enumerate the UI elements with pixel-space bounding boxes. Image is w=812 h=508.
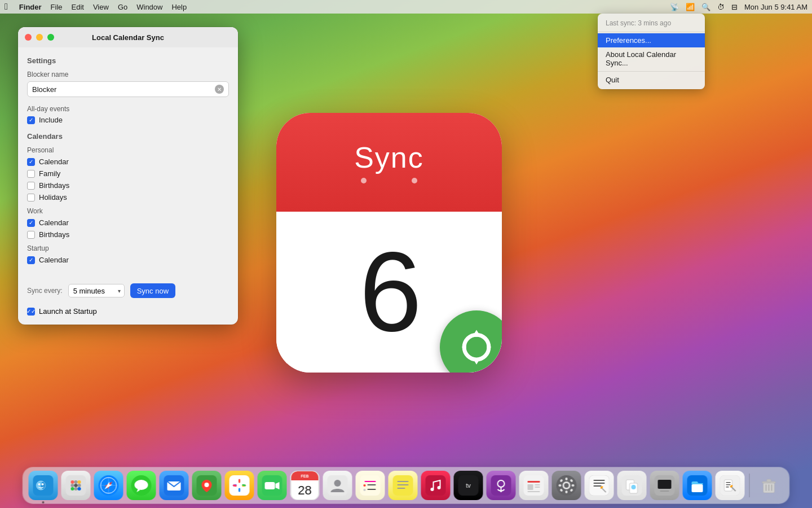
- dock-item-photos[interactable]: [225, 471, 254, 500]
- svg-rect-81: [594, 480, 605, 481]
- dock-item-notes[interactable]: [389, 471, 418, 500]
- svg-point-9: [71, 480, 74, 484]
- dock-item-reminders[interactable]: [356, 471, 385, 500]
- window-maximize-button[interactable]: [47, 34, 54, 41]
- dock-item-news[interactable]: [519, 471, 549, 500]
- include-checkbox[interactable]: [27, 116, 35, 124]
- svg-rect-50: [368, 489, 376, 490]
- dock-item-launchpad[interactable]: [61, 471, 91, 500]
- dock-item-system-preferences[interactable]: [552, 471, 581, 500]
- dock-item-finder[interactable]: [29, 471, 58, 500]
- svg-point-10: [78, 480, 81, 484]
- dock-item-contacts[interactable]: [323, 471, 352, 500]
- svg-point-14: [71, 484, 74, 487]
- menubar-view[interactable]: View: [93, 3, 109, 11]
- personal-group-label: Personal: [27, 146, 229, 154]
- svg-rect-60: [491, 475, 511, 496]
- window-titlebar: Local Calendar Sync: [18, 27, 238, 47]
- dock-item-mail[interactable]: [160, 471, 189, 500]
- work-calendar-checkbox[interactable]: [27, 219, 35, 227]
- sync-now-button[interactable]: Sync now: [130, 283, 175, 298]
- menubar-edit[interactable]: Edit: [72, 3, 84, 11]
- blocker-name-label: Blocker name: [27, 71, 229, 78]
- clear-input-button[interactable]: ✕: [215, 85, 224, 94]
- svg-point-44: [334, 480, 341, 487]
- finder-icon: [33, 475, 54, 496]
- dock-item-safari[interactable]: [94, 471, 123, 500]
- menubar-file[interactable]: File: [51, 3, 63, 11]
- svg-rect-55: [426, 475, 446, 496]
- music-icon: [426, 475, 446, 496]
- dock-item-calendar[interactable]: FEB 28: [290, 471, 320, 500]
- svg-rect-74: [559, 484, 562, 487]
- startup-calendar-checkbox[interactable]: [27, 256, 35, 264]
- controlcenter-icon[interactable]: ⊟: [731, 3, 738, 11]
- sync-interval-dropdown[interactable]: 5 minutes: [68, 284, 125, 297]
- svg-point-88: [632, 485, 636, 489]
- svg-rect-99: [726, 487, 729, 488]
- appletv-icon: tv: [458, 475, 479, 496]
- dock-item-trash[interactable]: [754, 471, 784, 500]
- work-birthdays-checkbox[interactable]: [27, 231, 35, 239]
- menubar-help[interactable]: Help: [171, 3, 187, 11]
- personal-holidays-row: Holidays: [27, 193, 229, 202]
- launchpad-icon: [66, 475, 86, 496]
- personal-family-checkbox[interactable]: [27, 170, 35, 178]
- dock-item-maps[interactable]: [192, 471, 222, 500]
- window-minimize-button[interactable]: [36, 34, 43, 41]
- menubar-finder[interactable]: Finder: [19, 3, 42, 11]
- dock-item-appletv[interactable]: tv: [454, 471, 483, 500]
- svg-point-25: [135, 480, 148, 490]
- calendar-icon-day-number: 6: [359, 235, 419, 348]
- personal-birthdays-checkbox[interactable]: [27, 182, 35, 190]
- context-menu-about[interactable]: About Local Calendar Sync...: [598, 47, 705, 70]
- svg-point-11: [71, 487, 74, 491]
- mail-icon: [164, 475, 184, 496]
- svg-rect-104: [767, 479, 771, 482]
- dock-item-preview[interactable]: [617, 471, 647, 500]
- calendars-label: Calendars: [27, 132, 229, 141]
- context-menu-separator-1: [598, 32, 705, 32]
- dock-item-messages[interactable]: [127, 471, 156, 500]
- include-label: Include: [39, 116, 63, 124]
- personal-birthdays-row: Birthdays: [27, 181, 229, 190]
- dock-item-podcasts[interactable]: [487, 471, 516, 500]
- dock: FEB 28: [23, 467, 789, 503]
- wifi-icon: 📶: [686, 3, 695, 11]
- app-window: Local Calendar Sync Settings Blocker nam…: [18, 27, 238, 325]
- context-menu-preferences[interactable]: Preferences...: [598, 33, 705, 47]
- blocker-name-input[interactable]: Blocker ✕: [27, 81, 229, 97]
- personal-calendar-checkbox[interactable]: [27, 158, 35, 166]
- startup-group-label: Startup: [27, 244, 229, 252]
- include-row: Include: [27, 116, 229, 124]
- dock-item-music[interactable]: [421, 471, 451, 500]
- window-close-button[interactable]: [25, 34, 32, 41]
- dock-item-textedit[interactable]: [585, 471, 614, 500]
- launch-startup-checkbox[interactable]: ✓: [27, 308, 35, 316]
- calendar-icon-header: Sync: [276, 113, 502, 212]
- desktop:  Finder File Edit View Go Window Help 📡…: [0, 0, 812, 508]
- personal-holidays-checkbox[interactable]: [27, 194, 35, 202]
- calendar-icon-dots: [361, 178, 417, 183]
- dock-item-screensaver[interactable]: [650, 471, 679, 500]
- safari-icon: [99, 475, 119, 496]
- dock-item-facetime[interactable]: [258, 471, 287, 500]
- work-calendar-label: Calendar: [39, 218, 69, 227]
- svg-point-15: [78, 484, 81, 487]
- calendar-icon-title: Sync: [354, 141, 424, 174]
- context-menu-quit[interactable]: Quit: [598, 73, 705, 87]
- svg-rect-64: [528, 481, 540, 483]
- apple-menu-icon[interactable]: : [5, 2, 8, 12]
- svg-rect-68: [528, 491, 540, 492]
- dock-item-markup[interactable]: [716, 471, 745, 500]
- svg-rect-31: [230, 475, 250, 496]
- dock-item-files[interactable]: [683, 471, 712, 500]
- svg-point-71: [564, 483, 569, 488]
- svg-rect-94: [692, 484, 703, 492]
- work-birthdays-row: Birthdays: [27, 230, 229, 239]
- svg-line-39: [234, 485, 236, 487]
- search-icon[interactable]: 🔍: [701, 3, 710, 11]
- menubar-window[interactable]: Window: [136, 3, 162, 11]
- screentime-icon: ⏱: [717, 3, 725, 11]
- menubar-go[interactable]: Go: [118, 3, 127, 11]
